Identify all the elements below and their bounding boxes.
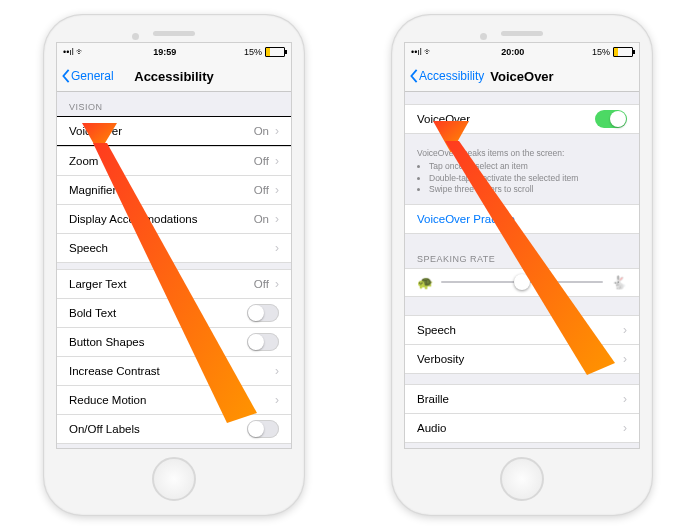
row-value: Off xyxy=(254,278,269,290)
chevron-left-icon xyxy=(61,69,71,83)
row-label: Reduce Motion xyxy=(69,394,146,406)
chevron-right-icon: › xyxy=(275,277,279,291)
status-bar: ••ıl ᯤ 19:59 15% xyxy=(57,43,291,61)
row-display-accommodations[interactable]: Display Accommodations On› xyxy=(57,204,291,233)
row-reduce-motion[interactable]: Reduce Motion › xyxy=(57,385,291,414)
row-label: Bold Text xyxy=(69,307,116,319)
row-value: On xyxy=(254,125,269,137)
signal-icon: ••ıl ᯤ xyxy=(63,47,85,57)
row-label: Increase Contrast xyxy=(69,365,160,377)
row-label: VoiceOver xyxy=(417,113,470,125)
status-time: 19:59 xyxy=(153,47,176,57)
row-label: Display Accommodations xyxy=(69,213,197,225)
speaking-rate-slider[interactable]: 🐢 🐇 xyxy=(405,268,639,297)
row-magnifier[interactable]: Magnifier Off› xyxy=(57,175,291,204)
nav-bar: Accessibility VoiceOver xyxy=(405,61,639,92)
row-larger-text[interactable]: Larger Text Off› xyxy=(57,269,291,298)
chevron-right-icon: › xyxy=(275,241,279,255)
battery-pct: 15% xyxy=(244,47,262,57)
row-label: Braille xyxy=(417,393,449,405)
row-increase-contrast[interactable]: Increase Contrast › xyxy=(57,356,291,385)
row-bold-text[interactable]: Bold Text xyxy=(57,298,291,327)
toggle-bold-text[interactable] xyxy=(247,304,279,322)
row-button-shapes[interactable]: Button Shapes xyxy=(57,327,291,356)
chevron-right-icon: › xyxy=(275,124,279,138)
back-label: Accessibility xyxy=(419,69,484,83)
home-button[interactable] xyxy=(152,457,196,501)
status-time: 20:00 xyxy=(501,47,524,57)
row-verbosity[interactable]: Verbosity › xyxy=(405,344,639,374)
row-value: On xyxy=(254,213,269,225)
row-label: Speech xyxy=(69,242,108,254)
row-speech[interactable]: Speech › xyxy=(57,233,291,263)
row-label: Larger Text xyxy=(69,278,126,290)
battery-icon xyxy=(613,47,633,57)
chevron-left-icon xyxy=(409,69,419,83)
row-braille[interactable]: Braille › xyxy=(405,384,639,413)
toggle-voiceover[interactable] xyxy=(595,110,627,128)
section-header-vision: VISION xyxy=(57,92,291,116)
iphone-right: ••ıl ᯤ 20:00 15% Accessibility VoiceOver… xyxy=(392,15,652,515)
row-value: Off xyxy=(254,155,269,167)
row-label: Speech xyxy=(417,324,456,336)
status-bar: ••ıl ᯤ 20:00 15% xyxy=(405,43,639,61)
chevron-right-icon: › xyxy=(275,154,279,168)
row-label: On/Off Labels xyxy=(69,423,140,435)
toggle-onoff-labels[interactable] xyxy=(247,420,279,438)
row-label: Button Shapes xyxy=(69,336,144,348)
row-zoom[interactable]: Zoom Off› xyxy=(57,146,291,175)
row-value: Off xyxy=(254,184,269,196)
home-button[interactable] xyxy=(500,457,544,501)
row-label: Audio xyxy=(417,422,446,434)
back-label: General xyxy=(71,69,114,83)
row-label: Magnifier xyxy=(69,184,116,196)
voiceover-hint: VoiceOver speaks items on the screen: Ta… xyxy=(405,144,639,198)
row-label: VoiceOver xyxy=(69,125,122,137)
chevron-right-icon: › xyxy=(623,352,627,366)
battery-icon xyxy=(265,47,285,57)
back-button[interactable]: General xyxy=(57,69,114,83)
row-label: VoiceOver Practice xyxy=(417,213,515,225)
chevron-right-icon: › xyxy=(275,183,279,197)
back-button[interactable]: Accessibility xyxy=(405,69,484,83)
chevron-right-icon: › xyxy=(623,392,627,406)
row-label: Verbosity xyxy=(417,353,464,365)
row-speech[interactable]: Speech › xyxy=(405,315,639,344)
chevron-right-icon: › xyxy=(275,393,279,407)
row-voiceover[interactable]: VoiceOver On› xyxy=(57,116,291,146)
section-header-speaking-rate: SPEAKING RATE xyxy=(405,244,639,268)
chevron-right-icon: › xyxy=(275,364,279,378)
voiceover-practice-button[interactable]: VoiceOver Practice xyxy=(405,204,639,234)
chevron-right-icon: › xyxy=(275,212,279,226)
row-voiceover-toggle[interactable]: VoiceOver xyxy=(405,104,639,134)
row-audio[interactable]: Audio › xyxy=(405,413,639,443)
battery-pct: 15% xyxy=(592,47,610,57)
toggle-button-shapes[interactable] xyxy=(247,333,279,351)
row-label: Zoom xyxy=(69,155,98,167)
nav-bar: General Accessibility xyxy=(57,61,291,92)
iphone-left: ••ıl ᯤ 19:59 15% General Accessibility V… xyxy=(44,15,304,515)
chevron-right-icon: › xyxy=(623,421,627,435)
chevron-right-icon: › xyxy=(623,323,627,337)
signal-icon: ••ıl ᯤ xyxy=(411,47,433,57)
turtle-icon: 🐢 xyxy=(417,275,433,290)
rabbit-icon: 🐇 xyxy=(611,275,627,290)
row-onoff-labels[interactable]: On/Off Labels xyxy=(57,414,291,444)
